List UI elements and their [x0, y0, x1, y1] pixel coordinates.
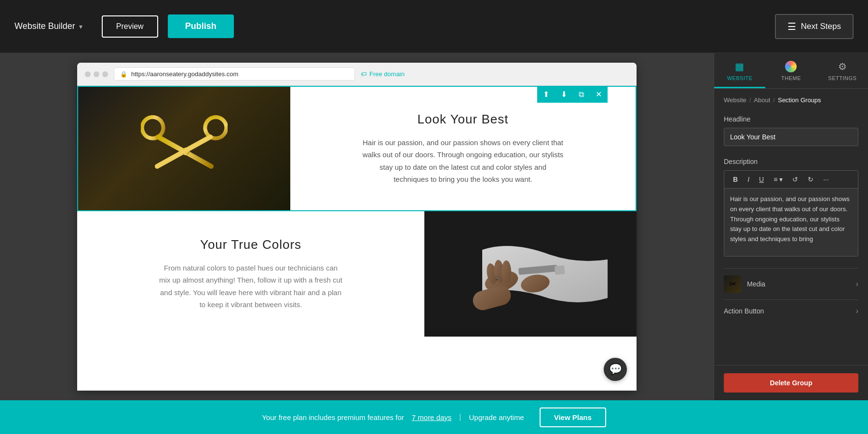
banner-link[interactable]: 7 more days	[412, 413, 452, 421]
bottom-banner: Your free plan includes premium features…	[0, 400, 868, 434]
look-best-heading: Look Your Best	[418, 112, 509, 127]
free-domain-icon: 🏷	[361, 70, 367, 78]
scissors-image	[78, 87, 290, 210]
media-chevron-icon: ›	[856, 280, 858, 288]
breadcrumb: Website / About / Section Groups	[714, 89, 868, 108]
headline-input[interactable]	[724, 128, 858, 146]
section-move-down-button[interactable]: ⬇	[555, 86, 573, 103]
redo-button[interactable]: ↻	[804, 174, 817, 185]
free-domain-badge[interactable]: 🏷 Free domain	[361, 70, 405, 78]
tab-website[interactable]: ▦ WEBSITE	[714, 53, 765, 88]
next-steps-icon: ☰	[787, 21, 796, 32]
section-move-up-button[interactable]: ⬆	[537, 86, 555, 103]
barber-image	[424, 211, 637, 337]
browser-url-bar[interactable]: 🔒 https://aaronseatery.godaddysites.com	[114, 68, 355, 81]
true-colors-text: Your True Colors From natural colors to …	[77, 211, 424, 337]
dot-red	[85, 71, 91, 77]
tab-settings-label: SETTINGS	[828, 75, 856, 81]
barber-svg	[424, 211, 637, 337]
tab-theme-label: THEME	[781, 75, 801, 81]
media-thumbnail: ✂	[724, 275, 741, 293]
banner-text: Your free plan includes premium features…	[262, 413, 404, 421]
svg-line-4	[157, 121, 210, 182]
media-row-left: ✂ Media	[724, 275, 765, 293]
headline-field-group: Headline	[724, 115, 858, 146]
more-button[interactable]: ···	[819, 174, 833, 185]
section-delete-button[interactable]: ✕	[590, 86, 608, 103]
action-button-row[interactable]: Action Button ›	[724, 299, 858, 322]
undo-button[interactable]: ↺	[788, 174, 802, 185]
look-best-description: Hair is our passion, and our passion sho…	[362, 136, 564, 186]
publish-button[interactable]: Publish	[168, 14, 234, 38]
theme-tab-icon	[785, 61, 797, 72]
preview-button[interactable]: Preview	[102, 15, 158, 38]
sidebar-footer: Delete Group	[714, 365, 868, 400]
breadcrumb-about[interactable]: About	[754, 96, 770, 104]
next-steps-label: Next Steps	[801, 22, 841, 31]
canvas-area: 🔒 https://aaronseatery.godaddysites.com …	[0, 53, 714, 400]
action-button-chevron-icon: ›	[856, 307, 858, 315]
sidebar-tabs: ▦ WEBSITE THEME ⚙ SETTINGS	[714, 53, 868, 89]
browser-window: 🔒 https://aaronseatery.godaddysites.com …	[77, 63, 637, 391]
chat-icon: 💬	[609, 363, 622, 376]
description-label: Description	[724, 158, 858, 165]
breadcrumb-sep-1: /	[749, 96, 751, 104]
website-content: ⬆ ⬇ ⧉ ✕	[77, 86, 637, 391]
section-editor-toolbar: ⬆ ⬇ ⧉ ✕	[537, 86, 608, 103]
svg-point-10	[496, 279, 498, 281]
url-text: https://aaronseatery.godaddysites.com	[131, 70, 238, 78]
topbar: Website Builder ▾ Preview Publish ☰ Next…	[0, 0, 868, 53]
lock-icon: 🔒	[120, 71, 127, 78]
barber-drawing	[424, 211, 637, 337]
sidebar-content: Headline Description B I U ≡ ▾ ↺ ↻ ···	[714, 108, 868, 365]
browser-dots	[85, 71, 108, 77]
action-button-label: Action Button	[724, 307, 764, 315]
description-editor[interactable]: B I U ≡ ▾ ↺ ↻ ··· Hair is our passion, a…	[724, 170, 858, 257]
section-look-best[interactable]: Look Your Best Hair is our passion, and …	[77, 86, 637, 211]
brand-chevron-icon: ▾	[79, 23, 82, 30]
main-area: 🔒 https://aaronseatery.godaddysites.com …	[0, 53, 868, 400]
media-label: Media	[747, 280, 765, 288]
svg-point-9	[502, 260, 511, 284]
breadcrumb-section-groups: Section Groups	[778, 96, 821, 104]
right-sidebar: ▦ WEBSITE THEME ⚙ SETTINGS Website / Abo…	[714, 53, 868, 400]
next-steps-button[interactable]: ☰ Next Steps	[775, 14, 854, 39]
brand[interactable]: Website Builder ▾	[14, 21, 82, 31]
browser-toolbar: 🔒 https://aaronseatery.godaddysites.com …	[77, 63, 637, 86]
svg-rect-12	[555, 265, 565, 275]
description-field-group: Description B I U ≡ ▾ ↺ ↻ ··· Hair is ou…	[724, 158, 858, 257]
media-row[interactable]: ✂ Media ›	[724, 268, 858, 299]
chat-button[interactable]: 💬	[604, 358, 627, 381]
upgrade-text: Upgrade anytime	[469, 413, 524, 421]
true-colors-heading: Your True Colors	[200, 237, 301, 252]
list-button[interactable]: ≡ ▾	[770, 174, 787, 185]
dot-green	[102, 71, 108, 77]
bold-button[interactable]: B	[729, 174, 742, 185]
tab-settings[interactable]: ⚙ SETTINGS	[817, 53, 868, 88]
settings-tab-icon: ⚙	[838, 61, 847, 72]
look-best-text: Look Your Best Hair is our passion, and …	[290, 87, 636, 210]
true-colors-description: From natural colors to pastel hues our t…	[159, 262, 342, 311]
breadcrumb-website[interactable]: Website	[724, 96, 746, 104]
brand-label: Website Builder	[14, 21, 75, 31]
section-true-colors: Your True Colors From natural colors to …	[77, 211, 637, 337]
view-plans-button[interactable]: View Plans	[540, 407, 606, 427]
italic-button[interactable]: I	[744, 174, 753, 185]
banner-divider: |	[459, 413, 461, 421]
desc-editor-toolbar: B I U ≡ ▾ ↺ ↻ ···	[724, 171, 858, 189]
tab-website-label: WEBSITE	[727, 75, 753, 81]
tab-theme[interactable]: THEME	[765, 53, 816, 88]
section-duplicate-button[interactable]: ⧉	[573, 86, 590, 103]
delete-group-button[interactable]: Delete Group	[724, 373, 858, 393]
underline-button[interactable]: U	[755, 174, 768, 185]
breadcrumb-sep-2: /	[773, 96, 775, 104]
free-domain-label: Free domain	[369, 70, 405, 78]
website-tab-icon: ▦	[735, 61, 745, 72]
headline-label: Headline	[724, 115, 858, 123]
scissors-svg	[141, 100, 228, 197]
description-content[interactable]: Hair is our passion, and our passion sho…	[724, 189, 858, 256]
dot-yellow	[94, 71, 99, 77]
